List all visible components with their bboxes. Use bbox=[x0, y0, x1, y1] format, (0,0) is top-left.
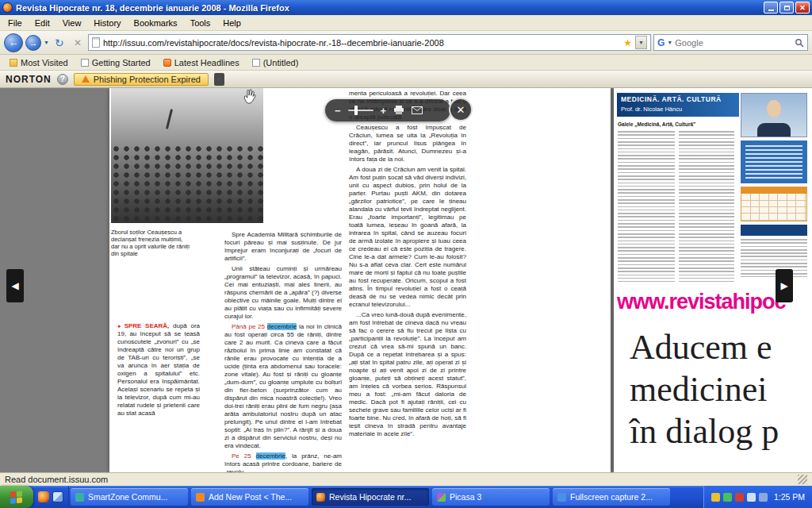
close-button[interactable]: ✕ bbox=[795, 2, 810, 13]
app-icon bbox=[557, 493, 566, 502]
menu-help[interactable]: Help bbox=[216, 17, 247, 29]
warning-icon bbox=[82, 75, 90, 83]
menu-bookmarks[interactable]: Bookmarks bbox=[128, 17, 184, 29]
sidebar-note: ●SPRE SEARĂ, după ora 19, au început să … bbox=[117, 322, 200, 418]
chevron-down-icon: ▼ bbox=[216, 76, 222, 82]
page-icon bbox=[252, 59, 260, 67]
start-button[interactable] bbox=[0, 486, 33, 508]
taskbar-task-revista-hipocrate[interactable]: Revista Hipocrate nr... bbox=[312, 488, 429, 506]
headline-large: Aducem e medicinei în dialog p bbox=[630, 326, 779, 452]
paragraph: A doua zi de Crăciun am venit la spital.… bbox=[349, 166, 466, 309]
paragraph: ...Ca vreo lună-două după evenimente, am… bbox=[349, 311, 466, 438]
menu-edit[interactable]: Edit bbox=[29, 17, 56, 29]
paragraph: Până pe 25 decembrie la noi în clinică a… bbox=[224, 323, 342, 450]
bookmark-latest-headlines[interactable]: Latest Headlines bbox=[158, 57, 245, 68]
status-bar: Read document.issuu.com bbox=[0, 472, 812, 486]
app-icon bbox=[437, 493, 446, 502]
text-lines-placeholder bbox=[679, 131, 734, 282]
search-input[interactable] bbox=[675, 38, 792, 48]
windows-taskbar: SmartZone Commu... Add New Post < The...… bbox=[0, 486, 812, 508]
tray-messenger-icon[interactable] bbox=[759, 493, 768, 502]
gala-title: Galele „Medicină, Artă, Cultură” bbox=[618, 121, 737, 127]
system-tray: 1:25 PM bbox=[703, 486, 812, 508]
forward-button[interactable]: → bbox=[25, 35, 41, 51]
firefox-icon bbox=[316, 493, 325, 502]
url-bar[interactable]: ★ ▼ bbox=[88, 34, 651, 51]
info-box bbox=[741, 140, 807, 183]
taskbar-task-add-new-post[interactable]: Add New Post < The... bbox=[191, 488, 308, 506]
text-lines-placeholder bbox=[741, 239, 807, 277]
note-text: după ora 19, au început să se țeasă cuno… bbox=[117, 322, 200, 417]
zoom-slider-handle[interactable] bbox=[354, 106, 358, 115]
tray-volume-icon[interactable] bbox=[747, 493, 756, 502]
stop-button[interactable]: ✕ bbox=[70, 37, 86, 48]
menu-history[interactable]: History bbox=[87, 17, 127, 29]
quick-launch bbox=[33, 486, 69, 508]
professor-portrait-photo bbox=[741, 93, 807, 137]
taskbar-task-smartzone[interactable]: SmartZone Commu... bbox=[71, 488, 188, 506]
navy-banner bbox=[741, 225, 807, 236]
next-page-button[interactable]: ▶ bbox=[776, 269, 793, 302]
section-author: Prof. dr. Nicolae Hâncu bbox=[621, 106, 735, 113]
url-dropdown-button[interactable]: ▼ bbox=[635, 36, 647, 49]
title-bar[interactable]: Revista Hipocrate nr. 18, decembrie ianu… bbox=[0, 0, 812, 15]
photo-caption: Zborul soților Ceaușescu a declanșat fre… bbox=[111, 229, 192, 257]
app-icon bbox=[75, 493, 84, 502]
history-dropdown-icon[interactable]: ▼ bbox=[44, 40, 49, 45]
norton-logo: NORTON bbox=[6, 74, 52, 85]
norton-toolbar: NORTON ? Phishing Protection Expired ▼ bbox=[0, 71, 812, 88]
window-title: Revista Hipocrate nr. 18, decembrie ianu… bbox=[16, 3, 762, 13]
taskbar-task-fullscreen-capture[interactable]: Fullscreen capture 2... bbox=[553, 488, 670, 506]
google-logo-icon[interactable]: G bbox=[657, 37, 665, 48]
tray-update-icon[interactable] bbox=[711, 493, 720, 502]
bookmark-untitled[interactable]: (Untitled) bbox=[247, 57, 304, 68]
previous-page-button[interactable]: ◀ bbox=[6, 269, 24, 302]
magazine-website-url: www.revistahipoc bbox=[617, 290, 786, 314]
bookmark-getting-started[interactable]: Getting Started bbox=[75, 57, 156, 68]
minimize-button[interactable] bbox=[764, 2, 778, 13]
url-input[interactable] bbox=[103, 38, 620, 48]
viewer-toolbar: − + bbox=[325, 99, 450, 121]
phishing-warning-button[interactable]: Phishing Protection Expired bbox=[74, 73, 209, 86]
print-icon[interactable] bbox=[393, 106, 404, 115]
reload-button[interactable]: ↻ bbox=[52, 37, 67, 49]
menu-file[interactable]: File bbox=[2, 17, 29, 29]
windows-logo-icon bbox=[10, 491, 24, 504]
zoom-in-button[interactable]: + bbox=[381, 106, 387, 116]
quick-launch-firefox-icon[interactable] bbox=[38, 491, 49, 502]
search-icon[interactable] bbox=[795, 38, 804, 48]
paragraph: Pe 25 decembrie, la prânz, ne-am întors … bbox=[224, 452, 342, 472]
site-favicon bbox=[92, 37, 100, 48]
viewer-close-button[interactable]: ✕ bbox=[449, 98, 473, 121]
search-box[interactable]: G ▼ bbox=[653, 34, 808, 51]
folder-icon bbox=[10, 59, 17, 67]
bookmark-star-icon[interactable]: ★ bbox=[623, 38, 632, 48]
resize-grip[interactable] bbox=[798, 475, 807, 484]
back-button[interactable]: ← bbox=[4, 33, 23, 52]
revolution-crowd-photo bbox=[111, 88, 263, 223]
menu-tools[interactable]: Tools bbox=[184, 17, 217, 29]
help-icon[interactable]: ? bbox=[57, 74, 68, 85]
tray-antivirus-icon[interactable] bbox=[723, 493, 732, 502]
app-icon bbox=[196, 493, 205, 502]
search-engine-dropdown-icon[interactable]: ▼ bbox=[667, 40, 672, 45]
magazine-left-page[interactable]: Zborul soților Ceaușescu a declanșat fre… bbox=[109, 88, 611, 472]
paragraph: Spre Academia Militară schimburile de fo… bbox=[224, 231, 342, 263]
rss-icon bbox=[163, 59, 171, 67]
zoom-slider[interactable] bbox=[348, 110, 373, 111]
tray-network-icon[interactable] bbox=[735, 493, 744, 502]
chevron-down-icon: ▼ bbox=[638, 40, 644, 45]
zoom-out-button[interactable]: − bbox=[335, 106, 341, 116]
email-icon[interactable] bbox=[412, 106, 423, 114]
menu-view[interactable]: View bbox=[56, 17, 88, 29]
taskbar-clock[interactable]: 1:25 PM bbox=[774, 492, 805, 502]
note-label: SPRE SEARĂ, bbox=[124, 322, 170, 329]
bookmark-most-visited[interactable]: Most Visited bbox=[4, 57, 74, 68]
maximize-button[interactable] bbox=[779, 2, 794, 13]
show-desktop-icon[interactable] bbox=[52, 491, 63, 502]
bullet-icon: ● bbox=[117, 323, 123, 329]
status-text: Read document.issuu.com bbox=[5, 475, 108, 484]
norton-dropdown-button[interactable]: ▼ bbox=[214, 73, 224, 86]
calendar-widget bbox=[741, 187, 807, 221]
taskbar-task-picasa[interactable]: Picasa 3 bbox=[432, 488, 550, 506]
